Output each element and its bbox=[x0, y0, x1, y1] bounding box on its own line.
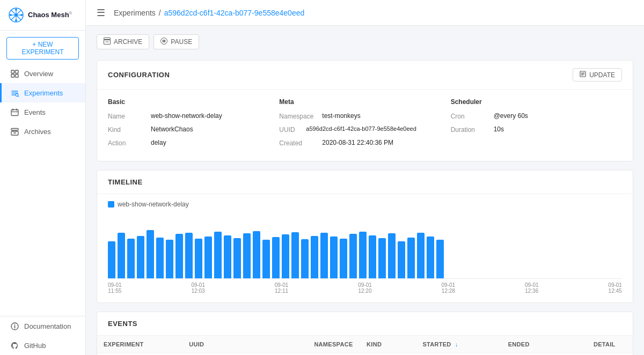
hamburger-icon[interactable]: ☰ bbox=[97, 7, 105, 19]
breadcrumb-separator: / bbox=[159, 9, 161, 17]
cell-detail: DETAIL bbox=[587, 353, 633, 356]
col-started[interactable]: Started ↓ bbox=[416, 336, 501, 353]
timeline-bar bbox=[398, 241, 405, 278]
x-axis-label: 09-0112:28 bbox=[442, 282, 456, 294]
grid-icon bbox=[10, 69, 19, 78]
svg-rect-33 bbox=[163, 40, 164, 42]
config-label: UUID bbox=[279, 125, 306, 134]
timeline-bar bbox=[282, 234, 289, 278]
legend-dot bbox=[108, 201, 114, 208]
timeline-x-axis: 09-0111:5509-0112:0309-0112:1109-0112:20… bbox=[108, 279, 622, 294]
cell-started: 2020-09-01 12:21:36 PM bbox=[416, 353, 501, 356]
timeline-bar bbox=[195, 239, 202, 278]
svg-point-28 bbox=[14, 324, 15, 325]
timeline-bar bbox=[427, 236, 434, 278]
svg-rect-11 bbox=[15, 70, 18, 73]
timeline-bar bbox=[108, 241, 115, 278]
sidebar-bottom: Documentation GitHub bbox=[0, 316, 85, 355]
timeline-bar bbox=[301, 239, 309, 278]
config-value: @every 60s bbox=[494, 112, 528, 120]
timeline-bar bbox=[243, 233, 251, 278]
sidebar-item-experiments[interactable]: Experiments bbox=[0, 83, 85, 102]
config-row: Duration 10s bbox=[451, 125, 622, 134]
svg-line-18 bbox=[18, 96, 19, 97]
table-header-row: Experiment UUID Namespace Kind Started ↓… bbox=[97, 336, 633, 353]
timeline-bar bbox=[320, 233, 328, 278]
col-detail: Detail bbox=[587, 336, 633, 353]
breadcrumb-experiments[interactable]: Experiments bbox=[114, 9, 156, 17]
col-ended: Ended bbox=[502, 336, 587, 353]
main-content: ☰ Experiments / a596d2cd-c6f1-42ca-b077-… bbox=[86, 0, 644, 355]
config-value: a596d2cd-c6f1-42ca-b077-9e558e4e0eed bbox=[306, 125, 416, 132]
page-header: ☰ Experiments / a596d2cd-c6f1-42ca-b077-… bbox=[86, 0, 644, 26]
x-axis-label: 09-0112:20 bbox=[358, 282, 372, 294]
new-experiment-button[interactable]: + NEW EXPERIMENT bbox=[6, 37, 79, 60]
sidebar-item-documentation[interactable]: Documentation bbox=[0, 316, 85, 336]
config-meta-section: Meta Namespace test-monkeys UUID a596d2c… bbox=[279, 98, 450, 152]
events-icon bbox=[10, 108, 19, 116]
archives-icon bbox=[10, 127, 19, 136]
sidebar-item-label: Events bbox=[24, 108, 46, 116]
timeline-bar bbox=[166, 240, 173, 278]
timeline-bar bbox=[262, 240, 270, 278]
col-kind: Kind bbox=[360, 336, 416, 353]
timeline-body: web-show-network-delay 09-0111:5509-0112… bbox=[97, 194, 633, 302]
events-panel: EVENTS Experiment UUID Namespace Kind St… bbox=[97, 312, 633, 355]
timeline-bar bbox=[417, 233, 425, 278]
config-value: NetworkChaos bbox=[151, 125, 193, 133]
config-row: UUID a596d2cd-c6f1-42ca-b077-9e558e4e0ee… bbox=[279, 125, 450, 134]
svg-rect-12 bbox=[11, 74, 14, 77]
config-label: Namespace bbox=[279, 112, 322, 120]
scheduler-section-title: Scheduler bbox=[451, 98, 622, 106]
sidebar-item-events[interactable]: Events bbox=[0, 102, 85, 122]
sidebar-item-overview[interactable]: Overview bbox=[0, 64, 85, 83]
configuration-header: CONFIGURATION UPDATE bbox=[97, 61, 633, 90]
events-table-body: web-show-network-delay a596d2cd-c6f1-42c… bbox=[97, 353, 633, 356]
pause-button[interactable]: PAUSE bbox=[153, 34, 199, 49]
update-button[interactable]: UPDATE bbox=[573, 68, 622, 82]
breadcrumb: Experiments / a596d2cd-c6f1-42ca-b077-9e… bbox=[114, 9, 304, 17]
cell-uuid: a596d2cd-c6f1-42ca-b077-9e558e4e0eed bbox=[182, 353, 308, 356]
archive-button[interactable]: ARCHIVE bbox=[97, 34, 149, 49]
github-icon bbox=[10, 341, 19, 350]
svg-point-5 bbox=[14, 13, 18, 17]
cell-namespace: test-monkeys bbox=[308, 353, 360, 356]
timeline-bar bbox=[359, 232, 367, 278]
config-row: Action delay bbox=[108, 139, 279, 147]
svg-rect-13 bbox=[15, 74, 18, 77]
timeline-bar bbox=[330, 236, 338, 278]
config-row: Created 2020-08-31 22:40:36 PM bbox=[279, 139, 450, 147]
config-label: Action bbox=[108, 139, 151, 147]
sidebar-item-label: Documentation bbox=[24, 322, 71, 330]
config-value: 2020-08-31 22:40:36 PM bbox=[322, 139, 393, 146]
configuration-title: CONFIGURATION bbox=[108, 71, 170, 79]
archive-icon bbox=[104, 38, 111, 46]
config-value: 10s bbox=[494, 125, 504, 133]
timeline-bar bbox=[253, 231, 260, 278]
timeline-bar bbox=[378, 238, 386, 278]
svg-rect-23 bbox=[11, 128, 18, 130]
sidebar: Chaos Mesh® + NEW EXPERIMENT Overview Ex… bbox=[0, 0, 86, 355]
timeline-bar bbox=[118, 233, 125, 278]
config-value: web-show-network-delay bbox=[151, 112, 222, 120]
timeline-bar bbox=[137, 236, 144, 278]
config-basic-section: Basic Name web-show-network-delay Kind N… bbox=[108, 98, 279, 152]
timeline-chart bbox=[108, 215, 622, 279]
cell-experiment: web-show-network-delay bbox=[97, 353, 182, 356]
table-row: web-show-network-delay a596d2cd-c6f1-42c… bbox=[97, 353, 633, 356]
timeline-bar bbox=[185, 233, 193, 278]
timeline-bar bbox=[204, 236, 212, 278]
config-value: delay bbox=[151, 139, 166, 146]
x-axis-label: 09-0112:36 bbox=[525, 282, 539, 294]
x-axis-label: 09-0112:11 bbox=[275, 282, 289, 294]
sidebar-item-archives[interactable]: Archives bbox=[0, 122, 85, 141]
sidebar-item-github[interactable]: GitHub bbox=[0, 336, 85, 355]
timeline-bar bbox=[291, 232, 299, 278]
config-label: Kind bbox=[108, 125, 151, 134]
timeline-title: TIMELINE bbox=[97, 171, 633, 194]
config-row: Kind NetworkChaos bbox=[108, 125, 279, 134]
config-value: test-monkeys bbox=[322, 112, 360, 120]
timeline-bar bbox=[156, 238, 164, 278]
breadcrumb-experiment-id: a596d2cd-c6f1-42ca-b077-9e558e4e0eed bbox=[164, 9, 305, 17]
page-content: ARCHIVE PAUSE CONFIGURATION UPDATE bbox=[86, 26, 644, 355]
